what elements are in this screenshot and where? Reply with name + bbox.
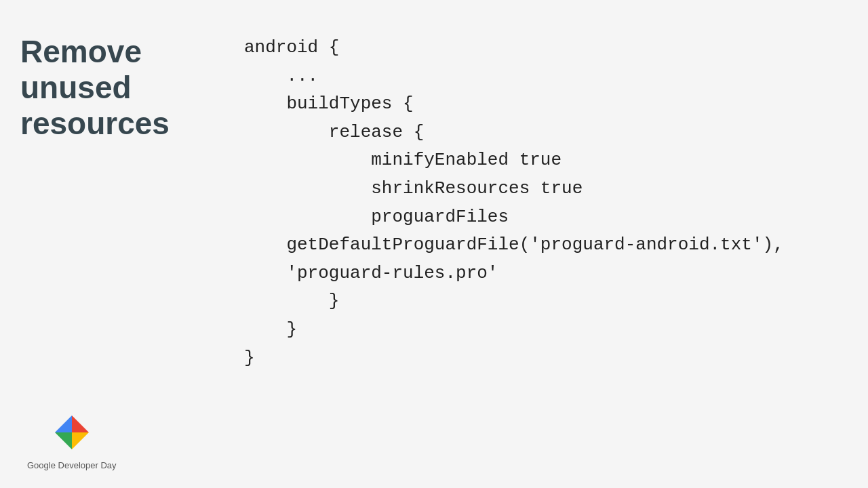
title-line2: unused <box>20 70 132 105</box>
logo-label: Google Developer Day <box>27 460 117 472</box>
logo-area: Google Developer Day <box>27 409 117 472</box>
svg-marker-3 <box>55 432 72 449</box>
svg-marker-0 <box>55 415 72 432</box>
code-block: android { ... buildTypes { release { min… <box>244 34 784 372</box>
slide-title: Remove unused resources <box>20 34 197 142</box>
svg-marker-1 <box>72 415 89 432</box>
title-line3: resources <box>20 106 170 141</box>
slide: Remove unused resources android { ... bu… <box>0 0 868 488</box>
right-panel: android { ... buildTypes { release { min… <box>217 0 868 488</box>
google-developer-day-logo <box>48 409 96 456</box>
svg-marker-2 <box>72 432 89 449</box>
title-line1: Remove <box>20 34 142 69</box>
